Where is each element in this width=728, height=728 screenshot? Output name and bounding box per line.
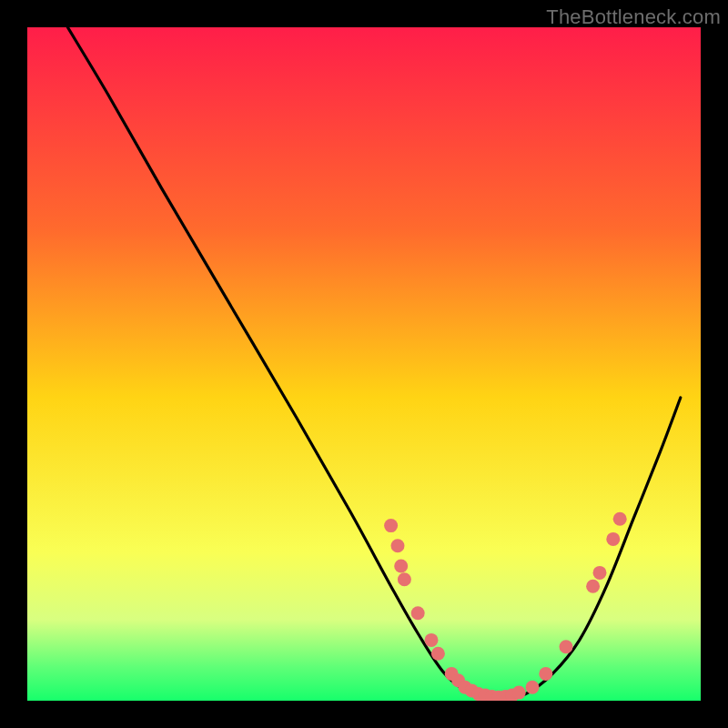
data-marker bbox=[613, 512, 627, 526]
chart-frame: TheBottleneck.com bbox=[0, 0, 728, 728]
data-marker bbox=[606, 532, 620, 546]
data-marker bbox=[398, 572, 411, 586]
plot-area bbox=[27, 27, 701, 701]
data-marker bbox=[391, 539, 405, 552]
data-marker bbox=[431, 647, 445, 661]
data-marker bbox=[425, 633, 439, 647]
data-marker bbox=[586, 580, 600, 593]
data-marker bbox=[512, 686, 526, 700]
watermark-text: TheBottleneck.com bbox=[546, 5, 721, 29]
data-marker bbox=[560, 640, 573, 653]
data-marker bbox=[384, 519, 398, 532]
data-marker bbox=[411, 606, 425, 620]
data-marker bbox=[526, 681, 540, 694]
data-marker bbox=[593, 566, 607, 580]
bottleneck-curve-chart bbox=[27, 27, 701, 701]
data-marker bbox=[394, 560, 408, 573]
data-marker bbox=[539, 667, 552, 681]
